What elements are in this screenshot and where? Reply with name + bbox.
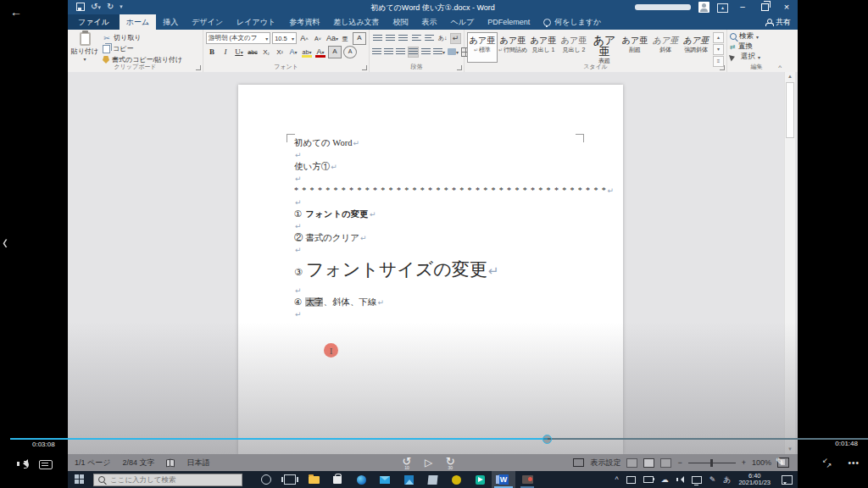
style-intense-emphasis[interactable]: あア亜 強調斜体 [681,32,711,63]
highlight-color-button[interactable]: ab▾ [301,47,313,58]
rewind-10-button[interactable]: ↺10 [400,456,414,469]
volume-icon[interactable] [676,476,684,483]
align-center-button[interactable] [384,47,393,58]
document-line[interactable]: 初めての Word [294,137,577,149]
gallery-down-icon[interactable]: ▾ [713,44,724,55]
more-options-icon[interactable]: ••• [848,458,860,468]
language-status[interactable]: 日本語 [186,458,209,469]
shrink-font-button[interactable]: A˅ [312,33,324,44]
shrink-player-icon[interactable]: ↙ ↗ [822,458,834,469]
tab-design[interactable]: デザイン [185,14,230,30]
tab-mailings[interactable]: 差し込み文書 [326,14,386,30]
document-line[interactable]: ② 書式のクリア [294,232,577,244]
character-border-button[interactable]: A [353,32,366,45]
playback-timeline[interactable] [10,437,868,440]
enclose-characters-button[interactable]: A [343,46,357,58]
web-layout-button[interactable] [660,458,671,468]
multilevel-list-button[interactable] [398,33,409,44]
font-dialog-launcher[interactable] [362,65,367,70]
distribute-button[interactable] [421,47,431,58]
play-button[interactable]: ▷ [425,456,432,469]
tab-view[interactable]: 表示 [415,14,444,30]
tab-layout[interactable]: レイアウト [230,14,282,30]
zoom-slider[interactable] [688,463,736,463]
document-line[interactable] [294,285,577,297]
scroll-up-icon[interactable]: ▲ [785,72,795,81]
back-arrow-icon[interactable]: ← [10,5,22,19]
account-avatar[interactable] [698,2,709,13]
start-button[interactable] [68,471,92,488]
cortana-button[interactable] [254,471,278,488]
word-taskbar-button[interactable]: W [492,471,515,488]
previous-chevron-icon[interactable]: ‹ [3,230,8,254]
zoom-out-button[interactable]: − [677,458,682,467]
task-view-button[interactable] [278,471,302,488]
display-settings-label[interactable]: 表示設定 [590,458,620,469]
scrollbar-thumb[interactable] [786,82,794,138]
style-normal[interactable]: あア亜 標準 [467,32,498,63]
italic-button[interactable]: I [220,47,231,58]
cut-button[interactable]: ✂ 切り取り [103,33,182,42]
sort-button[interactable]: あ↓ [437,33,448,44]
replace-button[interactable]: ⇄ 置換 [730,42,783,52]
underline-button[interactable]: U▾ [233,47,245,58]
zoom-in-button[interactable]: + [742,458,746,467]
char-count[interactable]: 2/84 文字 [122,458,154,469]
zoom-level[interactable]: 100% [752,458,771,467]
store-button[interactable] [326,471,349,488]
align-right-button[interactable] [396,47,405,58]
shading-button[interactable]: ▾ [448,47,459,58]
character-shading-button[interactable]: A [328,46,342,58]
video-editor-button[interactable] [468,471,492,488]
ime-indicator[interactable]: あ [723,474,731,485]
style-heading1[interactable]: あア亜 見出し 1 [528,32,559,63]
speaker-icon[interactable] [17,459,29,469]
restore-button[interactable] [754,0,776,14]
tab-help[interactable]: ヘルプ [444,14,481,30]
tab-review[interactable]: 校閲 [387,14,415,30]
print-layout-button[interactable] [643,458,654,468]
display-icon[interactable] [692,476,702,484]
tab-insert[interactable]: 挿入 [156,14,185,30]
yellow-app-button[interactable] [444,471,468,488]
document-line[interactable] [294,308,577,320]
text-effects-button[interactable]: A▾ [287,47,299,58]
style-emphasis[interactable]: あア亜 斜体 [650,32,681,63]
numbering-button[interactable] [385,33,395,44]
action-center-icon[interactable] [782,475,793,485]
document-line[interactable] [294,220,577,232]
document-line[interactable] [294,173,577,185]
page-count[interactable]: 1/1 ページ [75,458,110,469]
find-button[interactable]: 検索 ▾ [730,31,783,42]
search-input[interactable] [108,474,231,485]
close-button[interactable]: × [776,0,798,14]
annotation-pencil-icon[interactable]: ✎ [776,456,784,468]
tablet-icon[interactable] [626,476,636,484]
style-no-spacing[interactable]: あア亜 行間詰め [498,32,528,63]
subscript-button[interactable]: X₂ [260,47,272,58]
style-title[interactable]: あア亜 表題 [589,32,620,63]
styles-dialog-launcher[interactable] [720,65,725,70]
clipboard-dialog-launcher[interactable] [196,65,201,70]
forward-30-button[interactable]: ↻30 [443,456,457,469]
decrease-indent-button[interactable] [411,33,421,44]
document-line[interactable]: ④太字、斜体、下線 [294,297,577,308]
document-line[interactable] [294,244,577,256]
tab-references[interactable]: 参考資料 [282,14,326,30]
style-subtitle[interactable]: あア亜 副題 [620,32,650,63]
document-line[interactable]: 使い方① [294,161,577,173]
align-left-button[interactable] [372,47,381,58]
photos-button[interactable] [397,471,420,488]
minimize-button[interactable]: – [732,0,754,14]
document-line[interactable] [294,149,577,161]
share-button[interactable]: 共有 [765,14,791,30]
document-line[interactable]: ①フォントの変更 [294,208,577,220]
battery-icon[interactable] [643,476,654,483]
document-page[interactable]: 初めての Word 使い方① * * * * * * * * * * * * *… [238,85,623,454]
show-paragraph-marks-button[interactable]: ↵ [450,33,461,44]
onenote-button[interactable] [420,471,444,488]
font-size-combo[interactable]: 10.5▾ [272,32,297,44]
subtitles-icon[interactable] [39,460,53,469]
increase-indent-button[interactable] [425,33,435,44]
read-mode-button[interactable] [626,458,637,468]
